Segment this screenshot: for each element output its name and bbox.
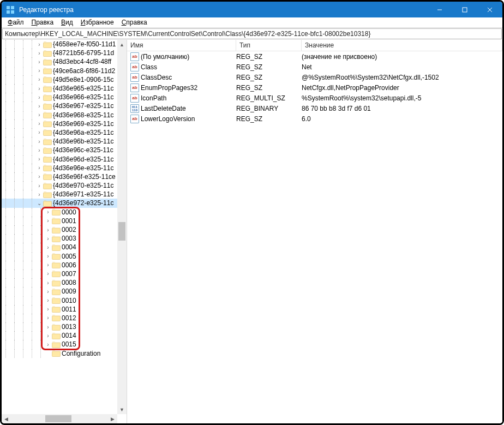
chevron-right-icon[interactable]: ›	[37, 183, 42, 189]
scroll-left-arrow[interactable]: ◀	[2, 414, 11, 423]
tree-item-child[interactable]: ›0001	[2, 217, 117, 225]
chevron-right-icon[interactable]: ›	[37, 76, 42, 82]
scroll-down-arrow[interactable]: ▼	[117, 405, 127, 414]
chevron-right-icon[interactable]: ›	[45, 289, 51, 295]
tree-item-child[interactable]: ›0007	[2, 270, 117, 278]
tree-item-child[interactable]: ›0010	[2, 296, 117, 304]
chevron-right-icon[interactable]: ›	[45, 209, 51, 215]
value-row[interactable]: abLowerLogoVersionREG_SZ6.0	[127, 113, 502, 124]
chevron-right-icon[interactable]: ›	[45, 297, 51, 303]
tree-item[interactable]: ›{4d36e971-e325-11c	[2, 190, 117, 199]
chevron-right-icon[interactable]: ›	[45, 324, 51, 330]
tree-item[interactable]: ›{48721b56-6795-11d	[2, 49, 117, 57]
close-button[interactable]	[477, 2, 502, 17]
folder-icon	[43, 129, 52, 136]
tree-item-child[interactable]: ›0011	[2, 305, 117, 314]
chevron-right-icon[interactable]: ›	[37, 191, 42, 197]
tree-item[interactable]: Configuration	[2, 349, 117, 358]
chevron-right-icon[interactable]: ›	[45, 236, 51, 242]
chevron-right-icon[interactable]: ›	[37, 86, 42, 92]
chevron-right-icon[interactable]: ›	[45, 333, 51, 339]
scroll-right-arrow[interactable]: ▶	[108, 414, 117, 423]
chevron-right-icon[interactable]: ›	[45, 227, 51, 233]
chevron-right-icon[interactable]: ›	[37, 59, 42, 65]
chevron-right-icon[interactable]: ›	[37, 156, 42, 162]
chevron-right-icon[interactable]: ›	[37, 103, 42, 109]
tree-item[interactable]: ›{4d36e96c-e325-11c	[2, 146, 117, 154]
tree-item-child[interactable]: ›0008	[2, 278, 117, 287]
tree-item-child[interactable]: ›0013	[2, 322, 117, 331]
chevron-right-icon[interactable]: ›	[45, 315, 51, 321]
chevron-right-icon[interactable]: ›	[37, 50, 42, 56]
tree-item[interactable]: ›{4d36e965-e325-11c	[2, 84, 117, 93]
chevron-down-icon[interactable]: ⌄	[37, 200, 42, 206]
column-data[interactable]: Значение	[302, 40, 502, 51]
maximize-button[interactable]	[452, 2, 477, 17]
chevron-right-icon[interactable]: ›	[37, 94, 42, 100]
menu-файл[interactable]: Файл	[4, 19, 28, 26]
chevron-right-icon[interactable]: ›	[37, 121, 42, 127]
column-name[interactable]: Имя	[127, 40, 236, 51]
chevron-right-icon[interactable]: ›	[37, 139, 42, 145]
menu-справка[interactable]: Справка	[118, 19, 151, 26]
scroll-up-arrow[interactable]: ▲	[117, 40, 127, 49]
chevron-right-icon[interactable]: ›	[45, 271, 51, 277]
chevron-right-icon[interactable]: ›	[45, 253, 51, 259]
menu-правка[interactable]: Правка	[28, 19, 58, 26]
chevron-right-icon[interactable]: ›	[45, 342, 51, 348]
tree-item[interactable]: ›{4d36e970-e325-11c	[2, 181, 117, 190]
tree-item[interactable]: ›{49ce6ac8-6f86-11d2	[2, 67, 117, 75]
value-row[interactable]: abClassDescREG_SZ@%SystemRoot%\System32\…	[127, 72, 502, 82]
value-row[interactable]: abClassREG_SZNet	[127, 62, 502, 72]
tree-item[interactable]: ›{48d3ebc4-4cf8-48ff	[2, 57, 117, 66]
chevron-right-icon[interactable]: ›	[37, 112, 42, 118]
chevron-right-icon[interactable]: ›	[37, 129, 42, 135]
tree-item-child[interactable]: ›0009	[2, 287, 117, 296]
tree-item[interactable]: ›{4d36e96a-e325-11c	[2, 128, 117, 137]
tree-item[interactable]: ›{4d36e967-e325-11c	[2, 101, 117, 110]
chevron-right-icon[interactable]: ›	[37, 68, 42, 74]
tree-item-child[interactable]: ›0014	[2, 331, 117, 340]
hscroll-thumb[interactable]	[45, 415, 71, 422]
tree-item[interactable]: ›{4d36e96d-e325-11c	[2, 154, 117, 163]
tree-item-child[interactable]: ›0004	[2, 243, 117, 252]
chevron-right-icon[interactable]: ›	[45, 280, 51, 286]
tree-item[interactable]: ›{4d36e968-e325-11c	[2, 111, 117, 119]
value-row[interactable]: abEnumPropPages32REG_SZNetCfgx.dll,NetPr…	[127, 82, 502, 93]
folder-icon	[43, 173, 52, 180]
value-row[interactable]: abIconPathREG_MULTI_SZ%SystemRoot%\syste…	[127, 93, 502, 103]
menu-избранное[interactable]: Избранное	[77, 19, 118, 26]
vscroll-thumb[interactable]	[118, 222, 125, 241]
tree-item-child[interactable]: ›0002	[2, 225, 117, 234]
tree-item[interactable]: ›{4d36e96f-e325-11ce	[2, 172, 117, 181]
tree-item[interactable]: ›{4d36e969-e325-11c	[2, 119, 117, 128]
tree-item[interactable]: ›{49d5e8e1-0906-15c	[2, 75, 117, 84]
tree-item-selected[interactable]: ⌄{4d36e972-e325-11c	[2, 199, 117, 207]
tree-item-child[interactable]: ›0003	[2, 234, 117, 243]
chevron-right-icon[interactable]: ›	[45, 244, 51, 250]
tree-item[interactable]: ›{4d36e96b-e325-11c	[2, 137, 117, 146]
value-row[interactable]: 011110LastDeleteDateREG_BINARY86 70 bb b…	[127, 103, 502, 113]
chevron-right-icon[interactable]: ›	[37, 147, 42, 153]
tree-hscrollbar[interactable]: ◀ ▶	[2, 414, 117, 423]
tree-item-child[interactable]: ›0005	[2, 252, 117, 261]
tree-item[interactable]: ›{4658ee7e-f050-11d1	[2, 40, 117, 49]
chevron-right-icon[interactable]: ›	[37, 41, 42, 47]
address-bar[interactable]: Компьютер\HKEY_LOCAL_MACHINE\SYSTEM\Curr…	[2, 28, 502, 39]
chevron-right-icon[interactable]: ›	[45, 218, 51, 224]
minimize-button[interactable]	[427, 2, 452, 17]
chevron-right-icon[interactable]: ›	[37, 173, 42, 179]
tree-item[interactable]: ›{4d36e966-e325-11c	[2, 93, 117, 101]
chevron-right-icon[interactable]: ›	[45, 306, 51, 312]
tree-item[interactable]: ›{4d36e96e-e325-11c	[2, 164, 117, 172]
tree-item-child[interactable]: ›0000	[2, 208, 117, 217]
value-row[interactable]: ab(По умолчанию)REG_SZ(значение не присв…	[127, 51, 502, 62]
tree-vscrollbar[interactable]: ▲ ▼	[117, 40, 127, 414]
tree-item-child[interactable]: ›0006	[2, 261, 117, 270]
chevron-right-icon[interactable]: ›	[37, 165, 42, 171]
tree-item-child[interactable]: ›0015	[2, 340, 117, 349]
column-type[interactable]: Тип	[236, 40, 302, 51]
tree-item-child[interactable]: ›0012	[2, 314, 117, 322]
chevron-right-icon[interactable]: ›	[45, 262, 51, 268]
menu-вид[interactable]: Вид	[57, 19, 77, 26]
